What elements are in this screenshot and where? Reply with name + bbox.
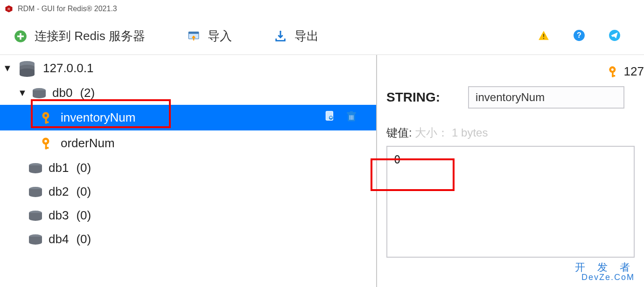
server-row[interactable]: ▼ 127.0.0.1 (0, 55, 376, 81)
svg-point-43 (29, 169, 42, 173)
db-row-db3[interactable]: db3 (0) (0, 204, 376, 227)
detail-header: STRING: (377, 83, 644, 111)
svg-point-19 (20, 72, 35, 77)
svg-rect-26 (45, 121, 49, 123)
db-row-db4[interactable]: db4 (0) (0, 227, 376, 251)
db-label: db1 (49, 161, 69, 175)
server-host-label: 127.0.0.1 (43, 61, 93, 75)
svg-point-24 (44, 114, 47, 117)
svg-point-49 (29, 216, 42, 221)
key-name-input[interactable] (468, 86, 624, 109)
svg-rect-33 (350, 111, 353, 112)
svg-point-38 (44, 140, 47, 143)
toolbar: 连接到 Redis 服务器 导入 导出 ? (0, 18, 644, 55)
size-row: 键值: 大小： 1 bytes (377, 111, 644, 146)
breadcrumb-host: 127 (624, 64, 644, 79)
database-icon (28, 234, 43, 245)
key-row-inventorynum[interactable]: inventoryNum (0, 105, 376, 130)
svg-point-7 (280, 30, 281, 32)
trash-icon[interactable] (345, 109, 357, 126)
db-row-db0[interactable]: ▼ db0 (2) (0, 81, 376, 105)
svg-rect-34 (350, 115, 350, 120)
database-icon (28, 186, 43, 198)
db-count: (0) (76, 184, 91, 199)
svg-point-54 (611, 68, 613, 70)
db-row-db2[interactable]: db2 (0) (0, 180, 376, 204)
main-area: ▼ 127.0.0.1 ▼ db0 (2) inventoryNum (0, 55, 644, 287)
size-value: 1 bytes (452, 126, 488, 139)
watermark-line1: 开 发 者 (575, 262, 635, 273)
help-icon[interactable]: ? (573, 29, 585, 43)
db-count: (2) (80, 86, 95, 100)
svg-point-52 (29, 240, 42, 245)
database-icon (32, 88, 47, 99)
svg-point-22 (33, 94, 46, 98)
connect-button[interactable]: 连接到 Redis 服务器 (14, 28, 145, 44)
db-label: db4 (49, 232, 69, 246)
svg-rect-9 (543, 38, 544, 39)
db-label: db0 (52, 86, 72, 100)
connect-label: 连接到 Redis 服务器 (35, 28, 145, 44)
plus-circle-icon (14, 30, 27, 43)
svg-rect-6 (189, 32, 199, 34)
import-button[interactable]: 导入 (187, 28, 232, 44)
chevron-down-icon[interactable]: ▼ (3, 63, 11, 74)
database-icon (28, 163, 43, 174)
db-count: (0) (76, 232, 91, 246)
database-stack-icon (18, 59, 36, 77)
svg-rect-36 (352, 115, 353, 120)
key-row-actions (324, 109, 357, 126)
telegram-icon[interactable] (609, 29, 621, 43)
size-label: 大小： (415, 126, 448, 139)
database-icon (28, 210, 43, 221)
value-textarea[interactable]: 0 (386, 146, 635, 258)
svg-text:R: R (7, 7, 10, 11)
value-text: 0 (394, 153, 400, 166)
copy-icon[interactable] (324, 109, 336, 126)
watermark-line2: DevZe.CoM (575, 273, 635, 282)
watermark: 开 发 者 DevZe.CoM (575, 262, 635, 282)
window-title: RDM - GUI for Redis® 2021.3 (18, 5, 117, 13)
sidebar-tree: ▼ 127.0.0.1 ▼ db0 (2) inventoryNum (0, 55, 377, 287)
svg-rect-4 (17, 35, 24, 37)
svg-rect-35 (351, 115, 352, 120)
db-label: db2 (49, 184, 69, 199)
import-label: 导入 (208, 28, 232, 44)
svg-rect-40 (45, 147, 49, 149)
export-label: 导出 (294, 28, 319, 44)
type-label: STRING: (386, 90, 440, 105)
titlebar: R RDM - GUI for Redis® 2021.3 (0, 0, 644, 18)
toolbar-right-icons: ? (538, 29, 630, 43)
key-label: orderNum (61, 136, 115, 150)
warning-icon[interactable] (538, 29, 550, 43)
svg-text:?: ? (577, 31, 581, 39)
svg-rect-8 (543, 34, 544, 37)
svg-point-46 (29, 192, 42, 197)
db-label: db3 (49, 208, 69, 223)
key-label: inventoryNum (61, 110, 135, 125)
key-icon (608, 65, 621, 78)
import-icon (187, 30, 200, 43)
key-icon (41, 137, 55, 150)
chevron-down-icon[interactable]: ▼ (18, 88, 26, 98)
db-count: (0) (76, 161, 91, 175)
export-button[interactable]: 导出 (274, 28, 319, 44)
db-row-db1[interactable]: db1 (0) (0, 156, 376, 180)
svg-rect-30 (330, 117, 331, 118)
detail-breadcrumb: 127 (377, 64, 644, 83)
app-logo-icon: R (5, 5, 13, 13)
svg-rect-56 (612, 75, 615, 77)
value-label: 键值: (386, 126, 412, 139)
db-count: (0) (76, 208, 91, 223)
key-row-ordernum[interactable]: orderNum (0, 130, 376, 156)
key-icon (41, 111, 55, 125)
export-icon (274, 30, 287, 43)
detail-pane: 127 STRING: 键值: 大小： 1 bytes 0 开 发 者 DevZ… (377, 55, 644, 287)
